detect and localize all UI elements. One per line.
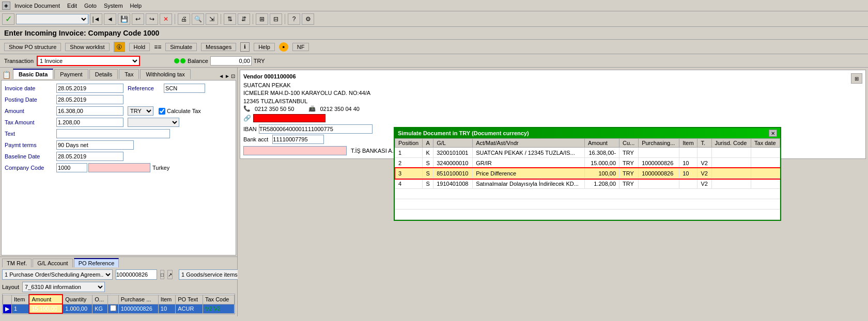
items-icon2[interactable]: ↗: [167, 270, 173, 279]
tab-basic-data[interactable]: Basic Data: [13, 69, 53, 79]
posting-date-input[interactable]: [56, 95, 123, 104]
help-button[interactable]: Help: [254, 43, 275, 51]
dialog-row-4[interactable]: 4 S 1910401008 Satınalmalar Dolayısıyla …: [395, 179, 780, 189]
company-code-name-input[interactable]: [88, 163, 150, 172]
po-type-select[interactable]: 1 Purchase Order/Scheduling Agreem..: [2, 269, 113, 280]
menu-help[interactable]: Help: [127, 2, 145, 9]
baseline-date-input[interactable]: [56, 152, 123, 161]
iban-input[interactable]: [259, 124, 373, 134]
nav-prev-button[interactable]: ◄: [104, 13, 116, 25]
layout-button[interactable]: ⊞: [256, 13, 268, 25]
dr3-type: S: [423, 168, 433, 179]
cancel-button[interactable]: ✕: [160, 13, 172, 25]
reference-input[interactable]: [164, 84, 205, 93]
tab-expand[interactable]: ⊡: [231, 73, 235, 79]
dialog-row-3[interactable]: 3 S 8510100010 Price Difference 100,00 T…: [395, 168, 780, 179]
bank-name-input[interactable]: [243, 146, 347, 155]
forward-button[interactable]: ↪: [146, 13, 158, 25]
row-checkbox[interactable]: [107, 304, 118, 313]
back-button[interactable]: ↩: [132, 13, 144, 25]
layout2-button[interactable]: ⊟: [270, 13, 282, 25]
worklist-icon[interactable]: 🛈: [114, 42, 125, 52]
find-button[interactable]: 🔍: [192, 13, 204, 25]
menu-goto[interactable]: Goto: [81, 2, 100, 9]
invoice-date-input[interactable]: [56, 84, 123, 93]
hold-button[interactable]: Hold: [129, 43, 150, 51]
tab-tm-ref[interactable]: TM Ref.: [2, 259, 32, 267]
row-quantity[interactable]: 1.000,00: [63, 304, 92, 313]
dialog-row-empty3: [395, 210, 780, 220]
row-item[interactable]: 1: [12, 304, 29, 313]
table-row[interactable]: ▶ 1 15.100,00 1.000,00 KG 1000000826 10 …: [3, 304, 235, 313]
dialog-close-button[interactable]: ✕: [769, 130, 777, 137]
transaction-select[interactable]: 1 Invoice 2 Credit memo 3 Subsequent deb…: [37, 56, 140, 66]
settings-button[interactable]: ⚙: [302, 13, 314, 25]
save-button[interactable]: 💾: [118, 13, 130, 25]
company-code-input[interactable]: [56, 163, 87, 172]
dr4-item: [679, 179, 698, 189]
amount-input[interactable]: [56, 106, 123, 116]
sep1: [175, 14, 175, 24]
invoice-date-row: Invoice date Reference: [5, 84, 233, 93]
sort-desc-button[interactable]: ⇵: [238, 13, 250, 25]
dr3-item: 10: [679, 168, 698, 179]
nf-button[interactable]: NF: [292, 43, 309, 51]
dh-t: T.: [698, 139, 711, 148]
dr2-currency: TRY: [619, 158, 639, 168]
dialog-row-1[interactable]: 1 K 3200101001 SUATCAN PEKAK / 12345 TUZ…: [395, 148, 780, 158]
goods-service-select[interactable]: 1 Goods/service items: [179, 269, 246, 280]
row-po-text[interactable]: ACUR: [176, 304, 203, 313]
paymt-terms-input[interactable]: [56, 140, 134, 150]
row-purchase[interactable]: 1000000826: [118, 304, 158, 313]
bank-acct-input[interactable]: [272, 135, 324, 144]
messages-button[interactable]: Messages: [201, 43, 236, 51]
help-toolbar-button[interactable]: ?: [288, 13, 300, 25]
dr4-desc: Satınalmalar Dolayısıyla İndirilecek KD.…: [473, 179, 585, 189]
row-unit[interactable]: KG: [92, 304, 107, 313]
find-next-button[interactable]: ⇲: [206, 13, 218, 25]
phone2-icon: 📠: [308, 105, 316, 112]
show-worklist-button[interactable]: Show worklist: [65, 43, 109, 51]
row-po-item[interactable]: 10: [158, 304, 175, 313]
currency-select[interactable]: TRY: [128, 106, 153, 116]
dr4-gl: 1910401008: [433, 179, 473, 189]
tab-nav-next[interactable]: ►: [225, 73, 230, 79]
dr1-gl: 3200101001: [433, 148, 473, 158]
tab-gl-account[interactable]: G/L Account: [33, 259, 73, 267]
dr1-taxdate: [751, 148, 780, 158]
tab-nav-prev[interactable]: ◄: [219, 73, 224, 79]
messages-icon: ℹ: [240, 42, 250, 52]
menu-edit[interactable]: Edit: [64, 2, 80, 9]
tab-withholding-tax[interactable]: Withholding tax: [140, 69, 190, 79]
row-amount[interactable]: 15.100,00: [29, 304, 63, 313]
tax-select[interactable]: [128, 118, 179, 127]
nav-first-button[interactable]: |◄: [90, 13, 102, 25]
row-tax-code[interactable]: V2 V2: [203, 304, 234, 313]
tab-po-reference[interactable]: PO Reference: [74, 258, 119, 267]
tab-details[interactable]: Details: [89, 69, 118, 79]
balance-input[interactable]: [210, 56, 252, 66]
calculate-tax-checkbox[interactable]: [159, 108, 165, 115]
menu-invoice-document[interactable]: Invoice Document: [11, 2, 63, 9]
col-item: Item: [12, 295, 29, 304]
baseline-date-row: Baseline Date: [5, 152, 233, 161]
show-po-structure-button[interactable]: Show PO structure: [4, 43, 61, 51]
vendor-action-btn[interactable]: ⊞: [851, 73, 862, 84]
print-button[interactable]: 🖨: [178, 13, 190, 25]
simulate-dialog: Simulate Document in TRY (Document curre…: [394, 127, 781, 221]
dr3-t: V2: [698, 168, 711, 179]
dh-item: Item: [679, 139, 698, 148]
layout-select[interactable]: 7_6310 All information: [22, 282, 105, 292]
tab-payment[interactable]: Payment: [54, 69, 88, 79]
dialog-row-2[interactable]: 2 S 3240000010 GR/IR 15.000,00 TRY 10000…: [395, 158, 780, 168]
command-input[interactable]: [16, 14, 88, 24]
dh-purchasing: Purchasing...: [639, 139, 679, 148]
sort-asc-button[interactable]: ⇅: [224, 13, 236, 25]
menu-system[interactable]: System: [101, 2, 126, 9]
po-number-input[interactable]: [116, 269, 157, 280]
check-button[interactable]: ✓: [2, 13, 14, 25]
tax-amount-input[interactable]: [56, 118, 123, 127]
tab-tax[interactable]: Tax: [119, 69, 139, 79]
simulate-button[interactable]: Simulate: [165, 43, 197, 51]
text-input[interactable]: [56, 129, 170, 138]
